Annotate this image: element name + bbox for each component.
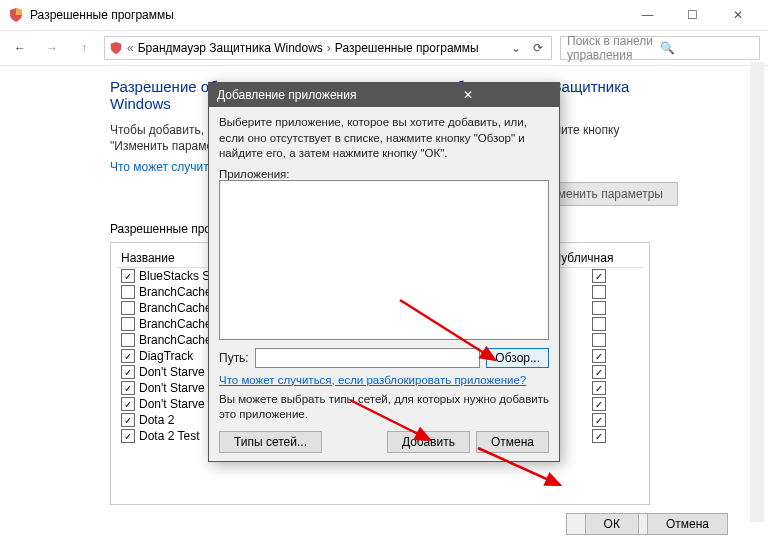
titlebar: Разрешенные программы — ☐ ✕: [0, 0, 768, 30]
row-public-checkbox[interactable]: [592, 349, 606, 363]
footer-buttons: ОК Отмена: [585, 513, 728, 535]
dialog-title: Добавление приложения: [217, 88, 384, 102]
row-public-checkbox[interactable]: [592, 317, 606, 331]
add-button[interactable]: Добавить: [387, 431, 470, 453]
row-checkbox[interactable]: [121, 413, 135, 427]
dialog-cancel-button[interactable]: Отмена: [476, 431, 549, 453]
row-checkbox[interactable]: [121, 317, 135, 331]
search-placeholder: Поиск в панели управления: [567, 34, 660, 62]
row-public-checkbox[interactable]: [592, 301, 606, 315]
row-checkbox[interactable]: [121, 285, 135, 299]
ok-button[interactable]: ОК: [585, 513, 639, 535]
shield-icon: [109, 41, 123, 55]
dialog-risk-link[interactable]: Что может случиться, если разблокировать…: [219, 374, 526, 386]
row-checkbox[interactable]: [121, 349, 135, 363]
row-public-checkbox[interactable]: [592, 381, 606, 395]
network-types-button[interactable]: Типы сетей...: [219, 431, 322, 453]
row-checkbox[interactable]: [121, 381, 135, 395]
chevron-down-icon[interactable]: ⌄: [507, 41, 525, 55]
network-types-desc: Вы можете выбрать типы сетей, для которы…: [219, 392, 549, 423]
close-button[interactable]: ✕: [715, 0, 760, 30]
navbar: ← → ↑ « Брандмауэр Защитника Windows › Р…: [0, 30, 768, 66]
breadcrumb-item[interactable]: Брандмауэр Защитника Windows: [138, 41, 323, 55]
chevron-left-icon: «: [127, 41, 134, 55]
back-button[interactable]: ←: [8, 36, 32, 60]
apps-listbox[interactable]: [219, 180, 549, 340]
maximize-button[interactable]: ☐: [670, 0, 715, 30]
row-checkbox[interactable]: [121, 301, 135, 315]
row-public-checkbox[interactable]: [592, 413, 606, 427]
breadcrumb-item[interactable]: Разрешенные программы: [335, 41, 479, 55]
row-public-checkbox[interactable]: [592, 333, 606, 347]
dialog-instructions: Выберите приложение, которое вы хотите д…: [219, 115, 549, 162]
refresh-icon[interactable]: ⟳: [529, 41, 547, 55]
path-label: Путь:: [219, 351, 249, 365]
row-checkbox[interactable]: [121, 269, 135, 283]
shield-icon: [8, 7, 24, 23]
add-app-dialog: Добавление приложения ✕ Выберите приложе…: [208, 82, 560, 462]
minimize-button[interactable]: —: [625, 0, 670, 30]
row-checkbox[interactable]: [121, 397, 135, 411]
cancel-button[interactable]: Отмена: [647, 513, 728, 535]
path-input[interactable]: [255, 348, 481, 368]
apps-label: Приложения:: [219, 168, 549, 180]
dialog-close-button[interactable]: ✕: [384, 88, 551, 102]
row-public-checkbox[interactable]: [592, 285, 606, 299]
dialog-titlebar[interactable]: Добавление приложения ✕: [209, 83, 559, 107]
row-checkbox[interactable]: [121, 333, 135, 347]
forward-button: →: [40, 36, 64, 60]
up-button[interactable]: ↑: [72, 36, 96, 60]
breadcrumb[interactable]: « Брандмауэр Защитника Windows › Разреше…: [104, 36, 552, 60]
chevron-right-icon: ›: [327, 41, 331, 55]
row-public-checkbox[interactable]: [592, 397, 606, 411]
row-public-checkbox[interactable]: [592, 365, 606, 379]
row-checkbox[interactable]: [121, 429, 135, 443]
row-checkbox[interactable]: [121, 365, 135, 379]
search-icon: 🔍: [660, 41, 753, 55]
search-input[interactable]: Поиск в панели управления 🔍: [560, 36, 760, 60]
window-title: Разрешенные программы: [30, 8, 625, 22]
row-public-checkbox[interactable]: [592, 269, 606, 283]
row-public-checkbox[interactable]: [592, 429, 606, 443]
browse-button[interactable]: Обзор...: [486, 348, 549, 368]
